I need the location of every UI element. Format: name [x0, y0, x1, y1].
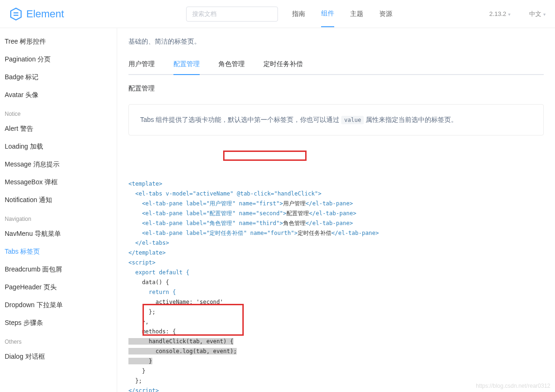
code-line: <script>: [128, 259, 156, 266]
tab-task-manage[interactable]: 定时任务补偿: [263, 60, 303, 74]
sidebar-group-others: Others: [5, 332, 117, 348]
tab-user-manage[interactable]: 用户管理: [128, 60, 155, 74]
nav-components[interactable]: 组件: [321, 1, 334, 27]
sidebar-item[interactable]: Avatar 头像: [5, 86, 117, 104]
sidebar-item[interactable]: Alert 警告: [5, 120, 117, 138]
inline-code-value: value: [341, 116, 364, 124]
code-txt: 定时任务补偿: [298, 230, 331, 236]
sidebar-item-tabs[interactable]: Tabs 标签页: [5, 243, 117, 261]
sidebar-item[interactable]: Dropdown 下拉菜单: [5, 296, 117, 314]
version-dropdown[interactable]: 2.13.2▾: [489, 10, 510, 17]
section-desc: 基础的、简洁的标签页。: [128, 38, 544, 46]
code-line: </el-tab-pane>: [309, 210, 356, 217]
logo[interactable]: Element: [9, 8, 64, 21]
code-line-selected: }: [128, 358, 152, 364]
red-highlight-box: [223, 151, 307, 161]
search-input[interactable]: [186, 7, 278, 22]
sidebar-item[interactable]: Pagination 分页: [5, 51, 117, 68]
description-box: Tabs 组件提供了选项卡功能，默认选中第一个标签页，你也可以通过 value …: [128, 104, 544, 136]
code-line: </template>: [128, 249, 165, 256]
code-line: export default {: [128, 269, 189, 276]
code-line: <el-tab-pane label="用户管理" name="first">: [128, 200, 283, 207]
brand-text: Element: [26, 8, 64, 20]
sidebar-item[interactable]: MessageBox 弹框: [5, 173, 117, 191]
element-logo-icon: [9, 8, 22, 21]
code-line: @tab-click="handleClick">: [233, 190, 322, 197]
code-txt: 配置管理: [286, 210, 309, 217]
code-line-selected: console.log(tab, event);: [128, 348, 237, 354]
demo-tabs: 用户管理 配置管理 角色管理 定时任务补偿: [128, 60, 544, 75]
code-line-selected: handleClick(tab, event) {: [128, 338, 233, 345]
code-line: }: [128, 368, 145, 374]
sidebar-item[interactable]: Dialog 对话框: [5, 348, 117, 366]
code-line: <template>: [128, 181, 162, 187]
tab-role-manage[interactable]: 角色管理: [218, 60, 245, 74]
sidebar-group-notice: Notice: [5, 104, 117, 120]
code-line: };: [128, 377, 142, 384]
sidebar-item[interactable]: Message 消息提示: [5, 156, 117, 173]
sidebar-item[interactable]: NavMenu 导航菜单: [5, 225, 117, 243]
chevron-down-icon: ▾: [543, 12, 546, 17]
tab-panel-content: 配置管理: [128, 84, 544, 93]
tip-text-b: 属性来指定当前选中的标签页。: [366, 116, 458, 123]
code-line: <el-tab-pane label="配置管理" name="second">: [128, 210, 286, 217]
sidebar-item[interactable]: Badge 标记: [5, 68, 117, 86]
top-header: Element 指南 组件 主题 资源 2.13.2▾ 中文▾: [0, 0, 555, 28]
code-txt: 用户管理: [283, 200, 306, 207]
tab-config-manage[interactable]: 配置管理: [173, 60, 200, 75]
code-line: data() {: [128, 279, 169, 286]
code-close-bracket: >: [156, 387, 159, 392]
top-right: 2.13.2▾ 中文▾: [489, 10, 546, 18]
code-line: return {: [128, 289, 176, 295]
code-line: </el-tabs>: [128, 240, 169, 246]
sidebar-item[interactable]: Loading 加载: [5, 138, 117, 156]
code-line: <el-tab-pane label="角色管理" name="third">: [128, 220, 283, 226]
code-line: </el-tab-pane>: [331, 230, 379, 236]
sidebar-item[interactable]: Steps 步骤条: [5, 314, 117, 332]
code-txt: 角色管理: [283, 220, 306, 226]
lang-dropdown[interactable]: 中文▾: [529, 10, 546, 18]
chevron-down-icon: ▾: [508, 12, 510, 17]
code-line: </script: [128, 387, 156, 392]
sidebar: Tree 树形控件 Pagination 分页 Badge 标记 Avatar …: [0, 28, 117, 392]
sidebar-group-navigation: Navigation: [5, 209, 117, 225]
top-nav: 指南 组件 主题 资源: [292, 1, 392, 27]
code-example: <template> <el-tabs v-model="activeName"…: [128, 150, 544, 392]
watermark: https://blog.csdn.net/rear0312: [476, 383, 550, 389]
red-highlight-box: [142, 304, 244, 336]
tip-text-a: Tabs 组件提供了选项卡功能，默认选中第一个标签页，你也可以通过: [140, 116, 341, 123]
sidebar-item[interactable]: Tree 树形控件: [5, 33, 117, 51]
code-line: <el-tab-pane label="定时任务补偿" name="fourth…: [128, 230, 298, 236]
code-line: <el-tabs v-model="activeName": [128, 190, 233, 197]
nav-theme[interactable]: 主题: [350, 1, 363, 27]
sidebar-item[interactable]: Notification 通知: [5, 191, 117, 209]
code-line: </el-tab-pane>: [306, 200, 353, 207]
code-line: </el-tab-pane>: [306, 220, 353, 226]
sidebar-item[interactable]: PageHeader 页头: [5, 279, 117, 296]
sidebar-item[interactable]: Breadcrumb 面包屑: [5, 261, 117, 279]
nav-resource[interactable]: 资源: [379, 1, 392, 27]
main-content: 基础的、简洁的标签页。 用户管理 配置管理 角色管理 定时任务补偿 配置管理 T…: [117, 28, 555, 392]
nav-guide[interactable]: 指南: [292, 1, 305, 27]
